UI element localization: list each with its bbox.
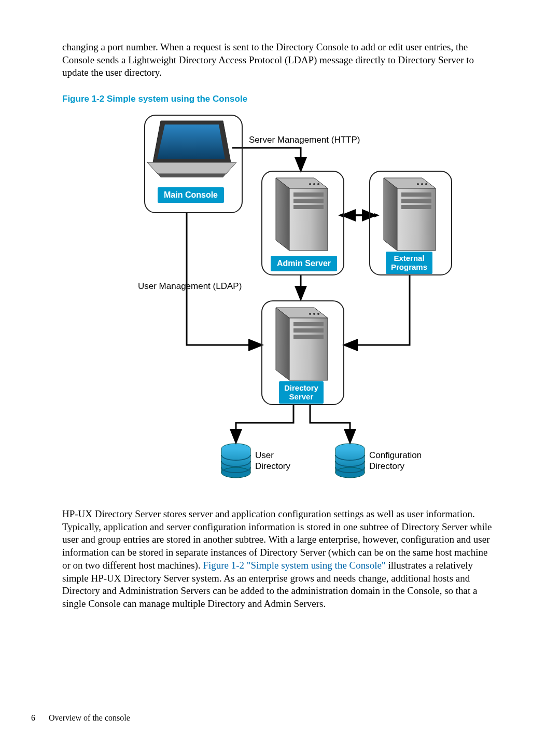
config-directory-label: Configuration Directory <box>369 450 442 472</box>
server-mgmt-label: Server Management (HTTP) <box>249 134 360 145</box>
top-paragraph: changing a port number. When a request i… <box>62 41 498 79</box>
admin-server-chip: Admin Server <box>271 256 337 271</box>
figure-diagram: Main Console Admin Server External Progr… <box>104 112 477 495</box>
database-icon-config <box>335 444 365 478</box>
external-programs-l1: External <box>394 254 424 263</box>
database-icon-user <box>221 444 250 478</box>
user-directory-label: User Directory <box>255 450 328 472</box>
document-page: changing a port number. When a request i… <box>0 0 560 746</box>
directory-server-l2: Server <box>289 392 314 401</box>
user-dir-l2: Directory <box>255 461 290 471</box>
external-programs-chip: External Programs <box>386 252 432 274</box>
page-number: 6 <box>31 713 47 723</box>
user-mgmt-label: User Management (LDAP) <box>138 281 242 292</box>
page-footer: 6 Overview of the console <box>31 713 130 723</box>
figure-caption: Figure 1-2 Simple system using the Conso… <box>62 94 498 104</box>
config-dir-l1: Configuration <box>369 450 422 460</box>
user-dir-l1: User <box>255 450 274 460</box>
directory-server-l1: Directory <box>284 383 318 392</box>
main-console-chip: Main Console <box>158 187 224 203</box>
directory-server-chip: Directory Server <box>279 381 324 404</box>
bottom-paragraph: HP-UX Directory Server stores server and… <box>62 508 498 611</box>
footer-title: Overview of the console <box>49 713 130 722</box>
config-dir-l2: Directory <box>369 461 404 471</box>
external-programs-l2: Programs <box>391 263 427 271</box>
figure-crossref-link[interactable]: Figure 1-2 "Simple system using the Cons… <box>203 560 385 571</box>
